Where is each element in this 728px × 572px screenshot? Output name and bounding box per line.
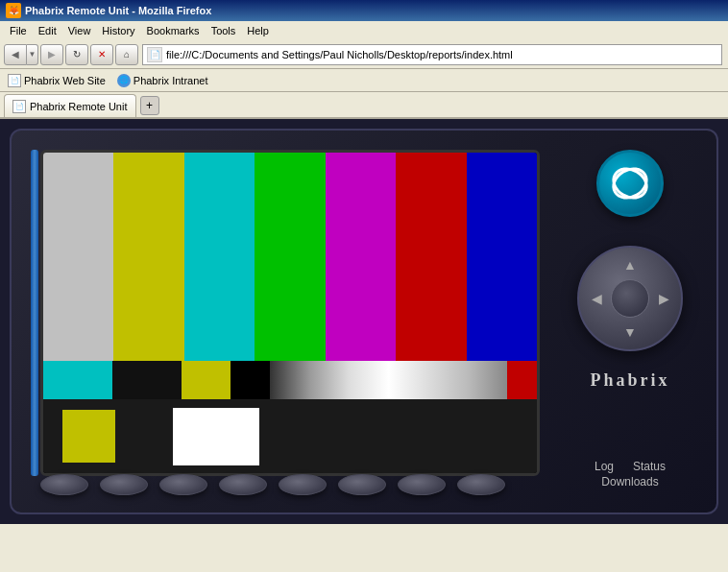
forward-button[interactable]: ▶ (40, 44, 63, 65)
oval-btn-5[interactable] (279, 474, 327, 495)
bookmark-page-icon: 📄 (8, 74, 21, 87)
dpad-center-button[interactable] (611, 279, 649, 318)
active-tab-label: Phabrix Remote Unit (30, 101, 128, 112)
menu-bar: File Edit View History Bookmarks Tools H… (0, 21, 728, 40)
svg-point-1 (608, 163, 651, 203)
tab-bar: 📄 Phabrix Remote Unit + (0, 92, 728, 119)
color-bars (43, 153, 537, 361)
status-label[interactable]: Status (633, 460, 666, 473)
strip-gray1 (270, 361, 507, 399)
bottom-labels: Log Status Downloads (563, 460, 697, 489)
nav-bar: ◀ ▼ ▶ ↻ ✕ ⌂ 📄 file:///C:/Documents and S… (0, 40, 728, 69)
bookmark-phabrix-intranet[interactable]: 🌐 Phabrix Intranet (113, 72, 212, 89)
address-text: file:///C:/Documents and Settings/Paul N… (166, 49, 513, 60)
white-box (173, 408, 259, 465)
bar-red (396, 153, 466, 361)
menu-bookmarks[interactable]: Bookmarks (141, 23, 206, 38)
dpad: ▲ ▼ ◀ ▶ (577, 246, 683, 351)
left-stripe (31, 150, 38, 476)
new-tab-button[interactable]: + (140, 96, 159, 115)
bookmark-globe-icon: 🌐 (117, 74, 131, 87)
address-bar[interactable]: 📄 file:///C:/Documents and Settings/Paul… (142, 44, 722, 65)
dpad-up-button[interactable]: ▲ (616, 250, 644, 279)
oval-btn-2[interactable] (100, 474, 148, 495)
strip-black2 (231, 361, 270, 399)
menu-help[interactable]: Help (241, 23, 275, 38)
tab-favicon: 📄 (12, 100, 26, 113)
menu-edit[interactable]: Edit (33, 23, 62, 38)
bottom-strip (43, 361, 537, 399)
bookmarks-bar: 📄 Phabrix Web Site 🌐 Phabrix Intranet (0, 69, 728, 92)
bar-blue (467, 153, 537, 361)
oval-btn-7[interactable] (398, 474, 446, 495)
menu-view[interactable]: View (62, 23, 97, 38)
oval-btn-8[interactable] (457, 474, 505, 495)
downloads-label[interactable]: Downloads (601, 475, 658, 489)
stop-button[interactable]: ✕ (90, 44, 113, 65)
screen (40, 150, 540, 476)
bookmark-phabrix-web[interactable]: 📄 Phabrix Web Site (4, 72, 109, 89)
brand-name: Phabrix (590, 370, 669, 391)
bottom-buttons (40, 474, 505, 495)
dpad-right-button[interactable]: ▶ (649, 284, 678, 313)
window-title: Phabrix Remote Unit - Mozilla Firefox (25, 5, 211, 16)
phabrix-logo-icon (608, 161, 652, 205)
logo-button[interactable] (596, 150, 664, 217)
bookmark-phabrix-intranet-label: Phabrix Intranet (133, 75, 208, 86)
bar-magenta (326, 153, 396, 361)
oval-btn-1[interactable] (40, 474, 88, 495)
strip-red-end (507, 361, 537, 399)
yellow-square (62, 410, 115, 463)
bar-green (255, 153, 325, 361)
back-dropdown[interactable]: ▼ (27, 44, 38, 65)
strip-black1 (112, 361, 182, 399)
bar-cyan (184, 153, 255, 361)
strip-yellow-bar (182, 361, 231, 399)
bar-yellow (113, 153, 183, 361)
back-button[interactable]: ◀ (4, 44, 27, 65)
device-body: ▲ ▼ ◀ ▶ Phabrix Log Status Downloads (10, 129, 718, 514)
log-label[interactable]: Log (595, 460, 614, 473)
oval-btn-4[interactable] (219, 474, 267, 495)
home-button[interactable]: ⌂ (115, 44, 138, 65)
oval-btn-3[interactable] (159, 474, 207, 495)
bookmark-phabrix-web-label: Phabrix Web Site (24, 75, 106, 86)
dpad-down-button[interactable]: ▼ (616, 318, 644, 346)
strip-cyan-dark (43, 361, 112, 399)
dpad-left-button[interactable]: ◀ (582, 284, 611, 313)
active-tab[interactable]: 📄 Phabrix Remote Unit (4, 94, 136, 117)
menu-tools[interactable]: Tools (206, 23, 242, 38)
browser-icon: 🦊 (6, 3, 21, 18)
menu-file[interactable]: File (4, 23, 33, 38)
oval-btn-6[interactable] (338, 474, 386, 495)
bar-white (43, 153, 113, 361)
labels-row-1: Log Status (595, 460, 666, 473)
page-icon: 📄 (147, 47, 162, 62)
menu-history[interactable]: History (96, 23, 140, 38)
back-button-group: ◀ ▼ (4, 44, 38, 65)
refresh-button[interactable]: ↻ (65, 44, 88, 65)
labels-row-2: Downloads (601, 475, 658, 489)
logo-inner (606, 159, 654, 207)
main-content: ▲ ▼ ◀ ▶ Phabrix Log Status Downloads (0, 119, 728, 524)
title-bar: 🦊 Phabrix Remote Unit - Mozilla Firefox (0, 0, 728, 21)
white-box-area (43, 399, 537, 473)
